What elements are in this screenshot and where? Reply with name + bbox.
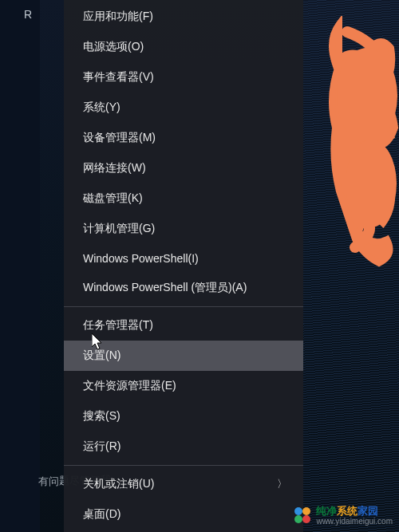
menu-power-options[interactable]: 电源选项(O) <box>64 32 303 62</box>
menu-disk-management[interactable]: 磁盘管理(K) <box>64 183 303 214</box>
watermark: 纯净系统家园 www.yidaimeigui.com <box>294 506 393 526</box>
menu-powershell[interactable]: Windows PowerShell(I) <box>64 244 303 273</box>
menu-desktop[interactable]: 桌面(D) <box>64 499 303 530</box>
svg-point-3 <box>302 507 310 515</box>
watermark-text: 纯净系统家园 www.yidaimeigui.com <box>316 506 393 526</box>
menu-item-label: 文件资源管理器(E) <box>83 379 176 393</box>
menu-item-label: 设备管理器(M) <box>83 131 156 145</box>
screen-left-edge: R <box>0 0 40 532</box>
menu-network-connections[interactable]: 网络连接(W) <box>64 153 303 183</box>
menu-item-label: 计算机管理(G) <box>83 222 155 236</box>
menu-item-label: 关机或注销(U) <box>83 477 154 491</box>
menu-task-manager[interactable]: 任务管理器(T) <box>64 310 303 341</box>
menu-system[interactable]: 系统(Y) <box>64 93 303 123</box>
menu-powershell-admin[interactable]: Windows PowerShell (管理员)(A) <box>64 273 303 303</box>
watermark-logo-icon <box>294 506 311 524</box>
menu-item-label: 设置(N) <box>83 349 120 363</box>
svg-point-4 <box>294 515 302 523</box>
menu-event-viewer[interactable]: 事件查看器(V) <box>64 62 303 93</box>
chevron-right-icon: 〉 <box>277 477 287 491</box>
menu-item-label: 事件查看器(V) <box>83 70 154 85</box>
menu-computer-management[interactable]: 计算机管理(G) <box>64 214 303 244</box>
svg-point-2 <box>294 507 302 515</box>
menu-item-label: 系统(Y) <box>83 100 120 115</box>
menu-search[interactable]: 搜索(S) <box>64 401 303 432</box>
menu-separator <box>64 306 303 307</box>
menu-item-label: 网络连接(W) <box>83 161 146 175</box>
watermark-url: www.yidaimeigui.com <box>316 517 393 526</box>
desktop-pattern <box>303 0 399 532</box>
menu-device-manager[interactable]: 设备管理器(M) <box>64 123 303 153</box>
menu-run[interactable]: 运行(R) <box>64 432 303 462</box>
watermark-brand: 纯净系统家园 <box>316 506 393 517</box>
menu-item-label: 磁盘管理(K) <box>83 191 143 206</box>
menu-shutdown-signout[interactable]: 关机或注销(U) 〉 <box>64 469 303 499</box>
menu-file-explorer[interactable]: 文件资源管理器(E) <box>64 371 303 401</box>
menu-separator <box>64 465 303 466</box>
menu-item-label: Windows PowerShell (管理员)(A) <box>83 281 247 295</box>
menu-item-label: 桌面(D) <box>83 507 120 522</box>
menu-apps-features[interactable]: 应用和功能(F) <box>64 2 303 32</box>
menu-settings[interactable]: 设置(N) <box>64 341 303 371</box>
svg-point-5 <box>302 515 310 523</box>
menu-item-label: Windows PowerShell(I) <box>83 252 199 265</box>
menu-item-label: 搜索(S) <box>83 409 120 424</box>
recycle-bin-letter: R <box>24 8 32 21</box>
menu-item-label: 任务管理器(T) <box>83 318 153 333</box>
menu-item-label: 电源选项(O) <box>83 40 144 54</box>
menu-item-label: 运行(R) <box>83 439 120 454</box>
winx-context-menu: 应用和功能(F) 电源选项(O) 事件查看器(V) 系统(Y) 设备管理器(M)… <box>64 0 303 532</box>
menu-item-label: 应用和功能(F) <box>83 10 153 24</box>
